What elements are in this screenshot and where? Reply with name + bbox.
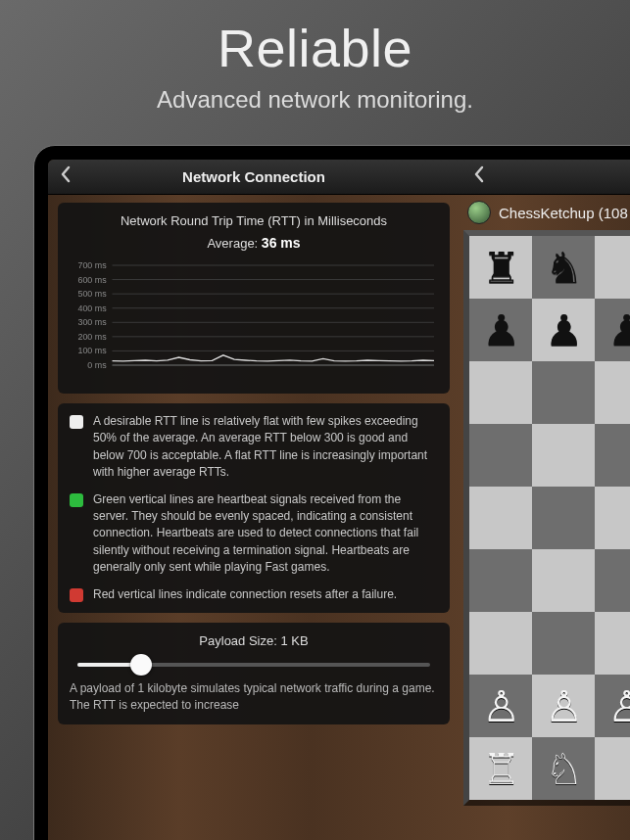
chess-piece[interactable]: ♘ <box>545 744 583 794</box>
right-titlebar <box>460 160 630 195</box>
chess-piece[interactable]: ♜ <box>482 243 520 293</box>
chevron-left-icon <box>473 165 485 183</box>
chart-title: Network Round Trip Time (RTT) in Millise… <box>70 212 438 231</box>
legend-card: A desirable RTT line is relatively flat … <box>58 403 450 613</box>
chess-piece[interactable]: ♙ <box>482 681 520 731</box>
chess-piece[interactable]: ♖ <box>482 744 520 794</box>
board-square[interactable] <box>532 612 595 675</box>
chess-piece[interactable]: ♙ <box>545 681 583 731</box>
left-titlebar: Network Connection <box>48 160 460 195</box>
legend-row-white: A desirable RTT line is relatively flat … <box>70 413 438 482</box>
svg-text:100 ms: 100 ms <box>77 346 107 355</box>
board-square[interactable]: ♙ <box>469 675 532 737</box>
chess-piece[interactable]: ♟ <box>482 305 520 355</box>
board-square[interactable] <box>595 236 630 299</box>
green-swatch-icon <box>70 493 83 507</box>
board-square[interactable] <box>532 549 595 612</box>
board-square[interactable] <box>469 549 532 612</box>
network-connection-pane: Network Connection Network Round Trip Ti… <box>48 160 460 840</box>
board-square[interactable] <box>595 487 630 549</box>
chess-piece[interactable]: ♙ <box>607 681 631 731</box>
board-square[interactable] <box>595 361 630 424</box>
board-square[interactable] <box>469 487 532 549</box>
slider-thumb[interactable] <box>130 654 152 676</box>
game-back-button[interactable] <box>467 165 491 188</box>
board-square[interactable] <box>469 424 532 487</box>
rtt-chart-card: Network Round Trip Time (RTT) in Millise… <box>58 203 450 394</box>
chart-average-value: 36 ms <box>262 235 301 251</box>
rtt-chart: 700 ms600 ms500 ms400 ms300 ms200 ms100 … <box>70 261 438 379</box>
board-square[interactable]: ♘ <box>532 737 595 800</box>
board-square[interactable] <box>595 612 630 675</box>
promo-title: Reliable <box>0 0 630 78</box>
board-square[interactable]: ♖ <box>469 737 532 800</box>
opponent-bar: ChessKetchup (108 <box>460 195 630 230</box>
legend-row-green: Green vertical lines are heartbeat signa… <box>70 491 438 577</box>
legend-text-green: Green vertical lines are heartbeat signa… <box>93 491 438 577</box>
tablet-frame: Network Connection Network Round Trip Ti… <box>33 145 630 840</box>
chess-piece[interactable]: ♟ <box>607 305 631 355</box>
board-square[interactable] <box>469 361 532 424</box>
opponent-name: ChessKetchup (108 <box>499 205 628 221</box>
payload-header: Payload Size: 1 KB <box>70 632 438 651</box>
chess-piece[interactable]: ♟ <box>545 305 583 355</box>
svg-text:200 ms: 200 ms <box>77 332 107 342</box>
legend-row-red: Red vertical lines indicate connection r… <box>70 586 438 603</box>
board-square[interactable] <box>532 361 595 424</box>
game-pane: ChessKetchup (108 ♜♞♟♟♟♙♙♙♖♘ <box>460 160 630 840</box>
payload-slider[interactable] <box>77 663 430 667</box>
board-square[interactable]: ♟ <box>595 299 630 361</box>
svg-text:600 ms: 600 ms <box>77 274 107 284</box>
svg-text:500 ms: 500 ms <box>77 289 107 299</box>
legend-text-red: Red vertical lines indicate connection r… <box>93 586 397 603</box>
board-square[interactable]: ♟ <box>532 299 595 361</box>
board-square[interactable] <box>532 424 595 487</box>
app-screen: Network Connection Network Round Trip Ti… <box>48 160 630 840</box>
board-square[interactable]: ♙ <box>532 675 595 737</box>
svg-text:700 ms: 700 ms <box>77 261 107 270</box>
left-pane-title: Network Connection <box>48 168 460 185</box>
legend-text-white: A desirable RTT line is relatively flat … <box>93 413 438 482</box>
board-square[interactable] <box>532 487 595 549</box>
board-square[interactable]: ♜ <box>469 236 532 299</box>
white-swatch-icon <box>70 415 83 429</box>
svg-text:400 ms: 400 ms <box>77 303 107 312</box>
board-square[interactable] <box>595 424 630 487</box>
board-square[interactable]: ♙ <box>595 675 630 737</box>
cards-container: Network Round Trip Time (RTT) in Millise… <box>48 195 460 734</box>
board-square[interactable] <box>595 737 630 800</box>
payload-description: A payload of 1 kilobyte simulates typica… <box>70 680 438 715</box>
svg-text:0 ms: 0 ms <box>87 360 107 370</box>
svg-text:300 ms: 300 ms <box>77 317 107 327</box>
promo-subtitle: Advanced network monitoring. <box>0 86 630 114</box>
chess-piece[interactable]: ♞ <box>545 243 583 293</box>
chess-board[interactable]: ♜♞♟♟♟♙♙♙♖♘ <box>463 230 630 806</box>
board-square[interactable] <box>469 612 532 675</box>
chart-average-label: Average: <box>207 236 258 251</box>
red-swatch-icon <box>70 588 83 602</box>
chart-average: Average: 36 ms <box>70 233 438 254</box>
board-square[interactable]: ♞ <box>532 236 595 299</box>
board-square[interactable] <box>595 549 630 612</box>
payload-card: Payload Size: 1 KB A payload of 1 kiloby… <box>58 623 450 724</box>
board-square[interactable]: ♟ <box>469 299 532 361</box>
opponent-avatar[interactable] <box>467 201 491 224</box>
